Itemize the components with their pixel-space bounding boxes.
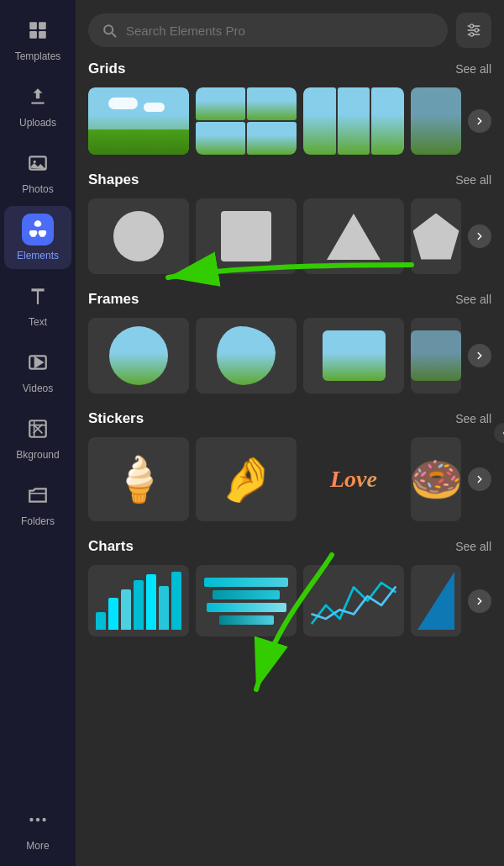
- filter-icon: [465, 22, 482, 39]
- shapes-row: [88, 198, 491, 274]
- search-input[interactable]: [126, 24, 435, 38]
- stickers-scroll-arrow[interactable]: [468, 467, 491, 491]
- sidebar-item-label: More: [26, 840, 49, 852]
- folders-icon: [22, 479, 54, 511]
- sidebar-item-photos[interactable]: Photos: [4, 140, 71, 203]
- svg-rect-3: [39, 31, 46, 39]
- sticker-item-donut[interactable]: 🍩: [411, 437, 461, 521]
- sticker-item-icecream[interactable]: 🍦: [88, 437, 189, 521]
- grids-row: [88, 87, 491, 155]
- sidebar-item-label: Photos: [22, 183, 53, 195]
- chart-item-4[interactable]: [411, 565, 461, 636]
- uploads-icon: [22, 81, 54, 113]
- sidebar-item-label: Elements: [17, 250, 59, 261]
- charts-see-all[interactable]: See all: [455, 540, 491, 553]
- sidebar-item-label: Videos: [23, 383, 53, 394]
- sticker-item-love[interactable]: Love: [303, 437, 404, 521]
- section-charts: Charts See all: [88, 538, 491, 636]
- charts-scroll-arrow[interactable]: [468, 589, 491, 613]
- background-icon: [22, 413, 54, 445]
- photos-icon: [22, 147, 54, 179]
- sidebar-item-elements[interactable]: Elements: [4, 206, 71, 269]
- sticker-item-hand[interactable]: 🤌: [196, 437, 297, 521]
- content-scroll[interactable]: Grids See all: [76, 56, 504, 866]
- sidebar-item-text[interactable]: Text: [4, 272, 71, 335]
- grids-header: Grids See all: [88, 61, 491, 77]
- sidebar-item-label: Folders: [21, 515, 55, 527]
- grid-item-1[interactable]: [88, 87, 189, 155]
- more-icon: [22, 804, 54, 836]
- grids-title: Grids: [88, 61, 125, 77]
- main-content: Grids See all: [76, 0, 504, 866]
- sidebar-item-videos[interactable]: Videos: [4, 339, 71, 402]
- svg-point-9: [29, 818, 33, 821]
- sidebar-item-label: Templates: [15, 50, 61, 62]
- stickers-header: Stickers See all: [88, 410, 491, 427]
- frames-scroll-arrow[interactable]: [468, 344, 491, 367]
- svg-rect-0: [29, 22, 37, 29]
- shapes-see-all[interactable]: See all: [455, 173, 491, 187]
- shapes-title: Shapes: [88, 172, 139, 188]
- section-stickers: Stickers See all 🍦 🤌 Love 🍩: [88, 410, 491, 521]
- search-bar: [76, 0, 504, 56]
- sidebar-item-templates[interactable]: Templates: [4, 7, 71, 70]
- stickers-title: Stickers: [88, 410, 144, 427]
- frames-row: [88, 318, 491, 393]
- stickers-row: 🍦 🤌 Love 🍩: [88, 437, 491, 521]
- search-input-wrapper[interactable]: [88, 13, 448, 47]
- sidebar-item-more[interactable]: More: [4, 796, 71, 859]
- sidebar-item-uploads[interactable]: Uploads: [4, 73, 71, 136]
- svg-rect-1: [39, 22, 46, 29]
- shapes-scroll-arrow[interactable]: [468, 224, 491, 248]
- videos-icon: [22, 346, 54, 378]
- templates-icon: [22, 14, 54, 46]
- svg-marker-18: [417, 572, 454, 630]
- stickers-see-all[interactable]: See all: [455, 412, 491, 425]
- grid-item-3[interactable]: [303, 87, 404, 155]
- grids-see-all[interactable]: See all: [455, 62, 491, 76]
- filter-button[interactable]: [456, 13, 491, 48]
- charts-title: Charts: [88, 538, 134, 555]
- grid-item-2[interactable]: [196, 87, 297, 155]
- frame-item-circle[interactable]: [88, 318, 189, 393]
- sidebar: Templates Uploads Photos: [0, 0, 76, 866]
- sidebar-item-background[interactable]: Bkground: [4, 405, 71, 468]
- svg-point-5: [34, 161, 36, 163]
- chart-item-line[interactable]: [303, 565, 404, 636]
- svg-point-15: [470, 24, 473, 28]
- shape-item-circle[interactable]: [88, 198, 189, 274]
- frame-item-rect[interactable]: [303, 318, 404, 393]
- svg-rect-2: [29, 31, 37, 39]
- svg-point-16: [475, 29, 478, 32]
- sidebar-item-label: Uploads: [19, 117, 56, 129]
- section-frames: Frames See all: [88, 291, 491, 393]
- sidebar-item-label: Text: [29, 316, 47, 328]
- text-icon: [22, 280, 54, 312]
- svg-point-10: [36, 818, 39, 821]
- chart-item-bar[interactable]: [88, 565, 189, 636]
- grid-item-4[interactable]: [411, 87, 461, 155]
- grids-scroll-arrow[interactable]: [468, 109, 491, 133]
- frames-header: Frames See all: [88, 291, 491, 308]
- shape-item-triangle[interactable]: [303, 198, 404, 274]
- shapes-header: Shapes See all: [88, 172, 491, 188]
- charts-row: [88, 565, 491, 636]
- sidebar-item-label: Bkground: [16, 449, 59, 461]
- svg-point-17: [470, 33, 473, 36]
- charts-header: Charts See all: [88, 538, 491, 555]
- section-shapes: Shapes See all: [88, 172, 491, 274]
- frames-see-all[interactable]: See all: [455, 293, 491, 306]
- sidebar-item-folders[interactable]: Folders: [4, 472, 71, 535]
- svg-point-11: [42, 818, 45, 821]
- section-grids: Grids See all: [88, 61, 491, 155]
- frame-item-4[interactable]: [411, 318, 461, 393]
- shape-item-square[interactable]: [196, 198, 297, 274]
- elements-icon: [22, 214, 54, 246]
- frame-item-blob[interactable]: [196, 318, 297, 393]
- chart-item-hbar[interactable]: [196, 565, 297, 636]
- frames-title: Frames: [88, 291, 139, 308]
- search-icon: [101, 22, 118, 39]
- shape-item-pentagon[interactable]: [411, 198, 461, 274]
